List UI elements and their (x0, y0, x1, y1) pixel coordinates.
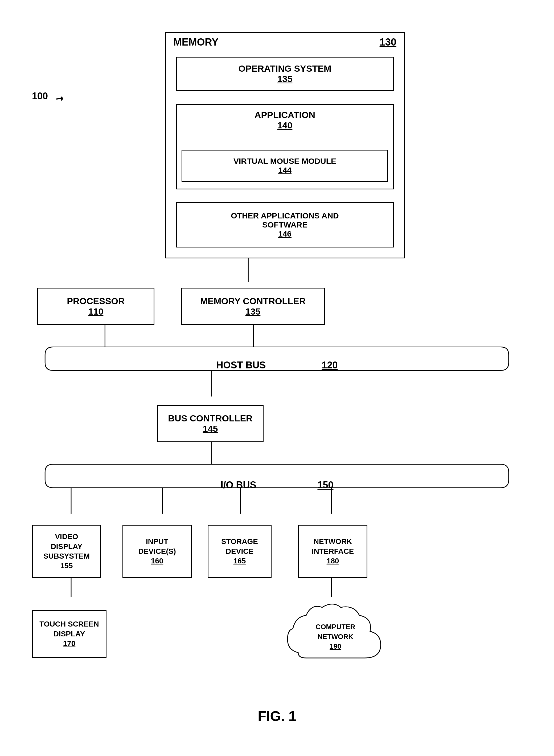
os-label: OPERATING SYSTEM (238, 63, 331, 74)
input-box: INPUTDEVICE(S) 160 (122, 525, 192, 578)
network-label: COMPUTERNETWORK (316, 623, 355, 640)
os-ref: 135 (277, 74, 292, 84)
storage-box: STORAGEDEVICE 165 (208, 525, 272, 578)
memctrl-label: MEMORY CONTROLLER (200, 296, 306, 306)
netif-box: NETWORKINTERFACE 180 (298, 525, 368, 578)
application-label: APPLICATION (255, 110, 315, 120)
vmm-box: VIRTUAL MOUSE MODULE 144 (181, 150, 388, 182)
netif-ref: 180 (327, 556, 339, 566)
processor-label: PROCESSOR (67, 296, 125, 306)
input-label: INPUTDEVICE(S) (138, 537, 176, 556)
storage-label: STORAGEDEVICE (221, 537, 258, 556)
network-text: COMPUTERNETWORK 190 (316, 622, 355, 651)
vmm-ref: 144 (278, 166, 291, 175)
os-box: OPERATING SYSTEM 135 (176, 57, 394, 91)
memory-box: MEMORY 130 OPERATING SYSTEM 135 APPLICAT… (165, 32, 405, 258)
iobus-label: I/O BUS (220, 480, 256, 491)
input-ref: 160 (151, 556, 163, 566)
touch-ref: 170 (63, 639, 75, 648)
busctrl-ref: 145 (203, 423, 218, 434)
video-box: VIDEODISPLAYSUBSYSTEM 155 (32, 525, 101, 578)
netif-label: NETWORKINTERFACE (312, 537, 354, 556)
memory-header: MEMORY 130 (166, 33, 404, 48)
application-ref: 140 (277, 120, 292, 131)
iobus-ref: 150 (317, 480, 333, 491)
processor-box: PROCESSOR 110 (37, 288, 154, 325)
hostbus-ref: 120 (322, 360, 338, 370)
busctrl-label: BUS CONTROLLER (168, 413, 253, 423)
otherapps-box: OTHER APPLICATIONS ANDSOFTWARE 146 (176, 202, 394, 248)
vmm-label: VIRTUAL MOUSE MODULE (233, 157, 336, 166)
ref-100-arrow: ↗ (53, 92, 66, 105)
ref100-text: 100 (32, 91, 48, 101)
video-label: VIDEODISPLAYSUBSYSTEM (43, 532, 90, 561)
touch-box: TOUCH SCREENDISPLAY 170 (32, 610, 107, 658)
storage-ref: 165 (233, 556, 246, 566)
network-cloud: COMPUTERNETWORK 190 (285, 597, 386, 676)
application-box: APPLICATION 140 VIRTUAL MOUSE MODULE 144 (176, 104, 394, 189)
application-header: APPLICATION 140 (177, 105, 393, 131)
memory-ref: 130 (380, 37, 396, 48)
iobus-label-area: I/O BUS 150 (16, 480, 538, 491)
memory-label: MEMORY (173, 37, 219, 48)
hostbus-label: HOST BUS (216, 360, 266, 370)
memctrl-box: MEMORY CONTROLLER 135 (181, 288, 325, 325)
touch-label: TOUCH SCREENDISPLAY (39, 619, 99, 639)
otherapps-label: OTHER APPLICATIONS ANDSOFTWARE (231, 211, 339, 230)
memctrl-ref: 135 (245, 306, 261, 317)
processor-ref: 110 (89, 306, 104, 317)
otherapps-ref: 146 (278, 230, 291, 239)
busctrl-box: BUS CONTROLLER 145 (157, 405, 264, 442)
fig-label: FIG. 1 (16, 708, 538, 724)
hostbus-label-area: HOST BUS 120 (16, 360, 538, 371)
video-ref: 155 (60, 561, 73, 570)
network-ref: 190 (330, 642, 341, 650)
ref-100-label: 100 (32, 91, 48, 102)
